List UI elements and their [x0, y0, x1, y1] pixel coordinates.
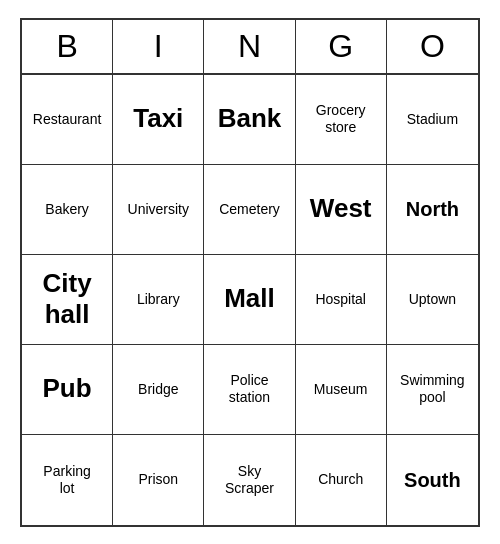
bingo-header: BINGO	[22, 20, 478, 75]
bingo-cell: Grocerystore	[296, 75, 387, 165]
bingo-cell: Church	[296, 435, 387, 525]
bingo-cell: South	[387, 435, 478, 525]
bingo-cell: Pub	[22, 345, 113, 435]
bingo-cell: SkyScraper	[204, 435, 295, 525]
bingo-cell: North	[387, 165, 478, 255]
bingo-cell: Hospital	[296, 255, 387, 345]
bingo-cell: Bakery	[22, 165, 113, 255]
bingo-cell: West	[296, 165, 387, 255]
bingo-cell: Policestation	[204, 345, 295, 435]
header-letter: G	[296, 20, 387, 73]
bingo-cell: Museum	[296, 345, 387, 435]
bingo-cell: Parkinglot	[22, 435, 113, 525]
bingo-cell: Bank	[204, 75, 295, 165]
bingo-grid: RestaurantTaxiBankGrocerystoreStadiumBak…	[22, 75, 478, 525]
bingo-cell: Bridge	[113, 345, 204, 435]
bingo-cell: Cityhall	[22, 255, 113, 345]
bingo-cell: Taxi	[113, 75, 204, 165]
header-letter: O	[387, 20, 478, 73]
bingo-cell: Uptown	[387, 255, 478, 345]
bingo-cell: Mall	[204, 255, 295, 345]
bingo-cell: Swimmingpool	[387, 345, 478, 435]
bingo-cell: Cemetery	[204, 165, 295, 255]
bingo-card: BINGO RestaurantTaxiBankGrocerystoreStad…	[20, 18, 480, 527]
header-letter: N	[204, 20, 295, 73]
header-letter: B	[22, 20, 113, 73]
bingo-cell: Prison	[113, 435, 204, 525]
bingo-cell: Library	[113, 255, 204, 345]
bingo-cell: Stadium	[387, 75, 478, 165]
header-letter: I	[113, 20, 204, 73]
bingo-cell: University	[113, 165, 204, 255]
bingo-cell: Restaurant	[22, 75, 113, 165]
